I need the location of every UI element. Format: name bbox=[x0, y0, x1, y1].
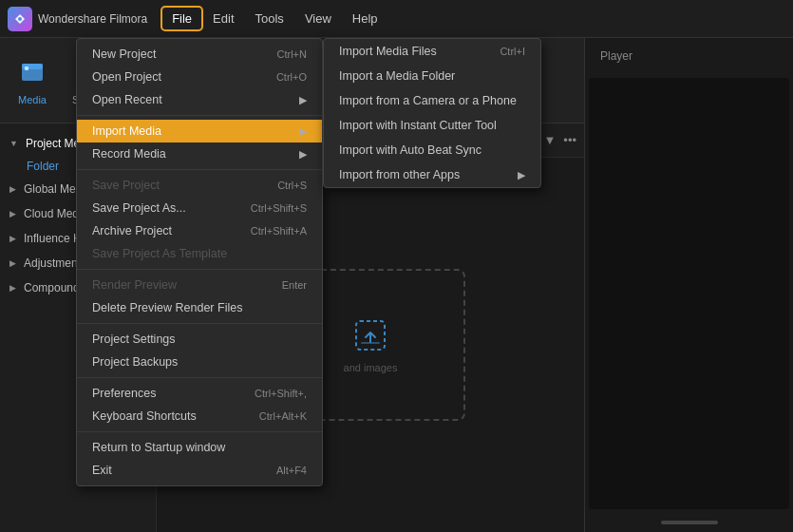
svg-rect-11 bbox=[361, 342, 380, 344]
arrow-right-icon: ▶ bbox=[299, 94, 307, 106]
media-icon bbox=[15, 55, 49, 89]
player-slider[interactable] bbox=[661, 521, 718, 524]
menu-save-as-template: Save Project As Template bbox=[77, 242, 322, 265]
toolbar-media-label: Media bbox=[18, 94, 47, 105]
chevron-right-icon: ▶ bbox=[9, 184, 16, 194]
menu-bar: File Edit Tools View Help bbox=[162, 8, 387, 29]
menu-section-file-open: New Project Ctrl+N Open Project Ctrl+O O… bbox=[77, 39, 322, 116]
svg-rect-3 bbox=[25, 66, 28, 70]
menu-project-backups[interactable]: Project Backups bbox=[77, 351, 322, 373]
menu-project-settings[interactable]: Project Settings bbox=[77, 328, 322, 351]
drop-text: and images bbox=[344, 362, 398, 373]
menu-save-project-as[interactable]: Save Project As... Ctrl+Shift+S bbox=[77, 197, 322, 219]
menu-section-render: Render Preview Enter Delete Preview Rend… bbox=[77, 270, 322, 324]
menu-help[interactable]: Help bbox=[343, 8, 387, 29]
player-panel: Player bbox=[584, 38, 793, 532]
menu-save-project: Save Project Ctrl+S bbox=[77, 174, 322, 197]
menu-record-media[interactable]: Record Media ▶ bbox=[77, 142, 322, 165]
submenu-import-auto-beat-sync[interactable]: Import with Auto Beat Sync bbox=[324, 138, 540, 162]
chevron-right-icon-2: ▶ bbox=[9, 209, 16, 218]
submenu-import-media-folder[interactable]: Import a Media Folder bbox=[324, 64, 540, 88]
import-submenu: Import Media Files Ctrl+I Import a Media… bbox=[323, 38, 541, 188]
player-controls bbox=[585, 513, 793, 532]
filter-icon[interactable]: ▼ bbox=[543, 133, 556, 147]
chevron-right-icon-5: ▶ bbox=[9, 283, 16, 293]
toolbar-media[interactable]: Media bbox=[15, 55, 49, 105]
menu-preferences[interactable]: Preferences Ctrl+Shift+, bbox=[77, 382, 322, 405]
menu-exit[interactable]: Return to Startup window Exit Alt+F4 bbox=[77, 459, 322, 482]
player-label: Player bbox=[585, 38, 793, 74]
submenu-import-media-files[interactable]: Import Media Files Ctrl+I bbox=[324, 39, 540, 64]
menu-open-recent[interactable]: Open Recent ▶ bbox=[77, 88, 322, 111]
menu-archive-project[interactable]: Archive Project Ctrl+Shift+A bbox=[77, 219, 322, 242]
menu-import-media[interactable]: Import Media ▶ bbox=[77, 120, 322, 142]
top-bar: Wondershare Filmora File Edit Tools View… bbox=[0, 0, 793, 38]
submenu-import-camera-phone[interactable]: Import from a Camera or a Phone bbox=[324, 88, 540, 113]
submenu-import-other-apps[interactable]: Import from other Apps ▶ bbox=[324, 162, 540, 187]
arrow-right-icon-3: ▶ bbox=[299, 148, 307, 161]
chevron-right-icon-3: ▶ bbox=[9, 234, 16, 243]
chevron-down-icon: ▼ bbox=[9, 139, 18, 148]
menu-tools[interactable]: Tools bbox=[246, 8, 293, 29]
svg-point-0 bbox=[18, 17, 22, 21]
menu-open-project[interactable]: Open Project Ctrl+O bbox=[77, 66, 322, 88]
menu-edit[interactable]: Edit bbox=[203, 8, 243, 29]
menu-new-project[interactable]: New Project Ctrl+N bbox=[77, 43, 322, 66]
submenu-import-instant-cutter[interactable]: Import with Instant Cutter Tool bbox=[324, 113, 540, 138]
menu-file[interactable]: File bbox=[162, 8, 201, 29]
menu-section-preferences: Preferences Ctrl+Shift+, Keyboard Shortc… bbox=[77, 378, 322, 432]
file-menu-dropdown: New Project Ctrl+N Open Project Ctrl+O O… bbox=[76, 38, 323, 486]
menu-delete-preview[interactable]: Delete Preview Render Files bbox=[77, 296, 322, 319]
content-icons: ▼ ••• bbox=[543, 133, 576, 147]
app-logo-icon bbox=[8, 7, 32, 31]
more-options-icon[interactable]: ••• bbox=[563, 133, 576, 147]
menu-return-startup[interactable]: Return to Startup window bbox=[77, 436, 322, 459]
menu-section-project: Project Settings Project Backups bbox=[77, 324, 322, 378]
upload-icon bbox=[351, 316, 389, 354]
chevron-right-icon-4: ▶ bbox=[9, 258, 16, 268]
menu-section-exit: Return to Startup window Return to Start… bbox=[77, 432, 322, 485]
menu-keyboard-shortcuts[interactable]: Keyboard Shortcuts Ctrl+Alt+K bbox=[77, 405, 322, 428]
menu-view[interactable]: View bbox=[295, 8, 341, 29]
menu-section-save: Save Project Ctrl+S Save Project As... C… bbox=[77, 170, 322, 270]
arrow-right-icon-2: ▶ bbox=[299, 125, 307, 138]
menu-section-import: Import Media ▶ Record Media ▶ bbox=[77, 116, 322, 170]
player-content bbox=[589, 78, 789, 509]
app-logo: Wondershare Filmora bbox=[8, 7, 147, 31]
arrow-right-icon-submenu: ▶ bbox=[518, 169, 525, 181]
menu-render-preview: Render Preview Enter bbox=[77, 274, 322, 296]
app-name: Wondershare Filmora bbox=[38, 12, 147, 26]
